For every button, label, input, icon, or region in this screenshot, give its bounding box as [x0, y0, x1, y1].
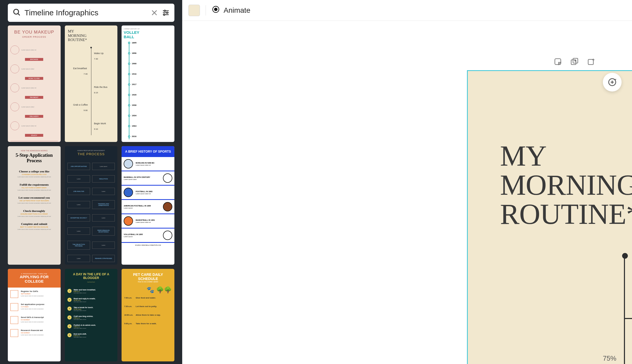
- zoom-level[interactable]: 75%: [603, 354, 616, 362]
- template-title: PET CARE DAILY SCHEDULE: [124, 272, 172, 281]
- svg-point-7: [166, 12, 168, 14]
- search-input[interactable]: [24, 8, 147, 17]
- svg-line-1: [18, 14, 20, 15]
- template-title: APPLYING FOR COLLEGE: [10, 275, 59, 283]
- template-card[interactable]: A DAY IN THE LIFE OF A BLOGGER 〰〰〰 1Wake…: [65, 269, 118, 361]
- page-actions: [553, 57, 596, 67]
- animate-button[interactable]: Animate: [212, 5, 250, 15]
- color-swatch[interactable]: [188, 5, 200, 16]
- notes-icon[interactable]: [553, 57, 562, 67]
- search-box: [8, 4, 174, 22]
- document-title[interactable]: MY MORNING ROUTINE*: [500, 141, 632, 229]
- timeline-line[interactable]: [624, 256, 625, 364]
- timeline-dot[interactable]: [622, 253, 628, 259]
- animate-label: Animate: [224, 6, 250, 15]
- duplicate-page-icon[interactable]: [570, 57, 579, 67]
- template-title: THE PROCESS: [67, 152, 115, 156]
- add-page-icon[interactable]: [587, 57, 596, 67]
- timeline-branch[interactable]: [624, 318, 632, 319]
- svg-point-5: [164, 10, 166, 12]
- divider: [206, 5, 206, 16]
- template-title: A BRIEF HISTORY OF SPORTS: [122, 146, 174, 157]
- template-card[interactable]: PET CARE DAILY SCHEDULE How to be a bett…: [122, 269, 174, 361]
- template-title: MYMORNINGROUTINE*: [68, 29, 115, 42]
- filter-icon[interactable]: [162, 9, 170, 17]
- search-wrap: [0, 0, 182, 25]
- template-title: BE YOU MAKEUP: [10, 30, 58, 35]
- template-card[interactable]: MYMORNINGROUTINE* Wake Up 7:30 Eat break…: [65, 25, 118, 142]
- design-canvas[interactable]: MY MORNING ROUTINE* Wake Up 7:30 Eat bre…: [467, 70, 632, 364]
- template-title: VOLLEYBALL: [124, 30, 172, 39]
- template-subtitle: ORDER PROCESS: [10, 36, 58, 38]
- template-title: 5-Step Application Process: [10, 153, 58, 164]
- template-card[interactable]: HOW THE ADMISSION WORKS 5-Step Applicati…: [8, 146, 61, 265]
- svg-point-0: [14, 9, 19, 14]
- template-card[interactable]: A BRIEF HISTORY OF SPORTS BOWLING IN 520…: [122, 146, 174, 265]
- template-card[interactable]: BE YOU MAKEUP ORDER PROCESS Lorem ipsum …: [8, 25, 61, 142]
- svg-point-11: [214, 8, 217, 11]
- svg-point-9: [163, 14, 165, 16]
- search-icon: [12, 8, 21, 17]
- templates-grid: BE YOU MAKEUP ORDER PROCESS Lorem ipsum …: [0, 25, 182, 364]
- template-card[interactable]: A BRIEF HISTORY OF VOLLEYBALL 1895 1896 …: [122, 25, 174, 142]
- toolbar: Animate: [182, 0, 632, 21]
- svg-rect-17: [588, 60, 593, 65]
- template-card[interactable]: HUMAN RESOURCES MANAGEMENT THE PROCESS J…: [65, 146, 118, 265]
- templates-sidebar: BE YOU MAKEUP ORDER PROCESS Lorem ipsum …: [0, 0, 182, 364]
- template-title: A DAY IN THE LIFE OF A BLOGGER: [67, 272, 115, 280]
- add-fab[interactable]: [603, 73, 622, 92]
- main-area: Animate MY MORNING ROUTINE* Wa: [182, 0, 632, 364]
- canvas-area[interactable]: MY MORNING ROUTINE* Wake Up 7:30 Eat bre…: [182, 21, 632, 364]
- template-card[interactable]: A PREPARATORY TIMELINEAPPLYING FOR COLLE…: [8, 269, 61, 361]
- clear-icon[interactable]: [150, 9, 158, 17]
- animate-icon: [212, 5, 220, 15]
